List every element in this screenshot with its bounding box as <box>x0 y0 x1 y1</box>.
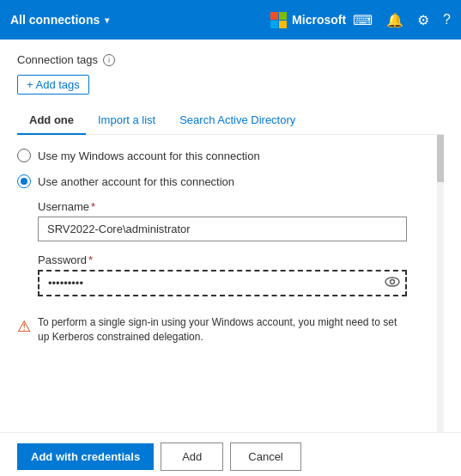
kerberos-info-message: ⚠ To perform a single sign-in using your… <box>17 308 408 351</box>
all-connections-label[interactable]: All connections <box>10 13 100 27</box>
add-button[interactable]: Add <box>161 442 223 471</box>
show-password-icon[interactable] <box>385 276 400 291</box>
password-wrapper <box>38 270 407 296</box>
svg-point-0 <box>385 278 399 286</box>
username-field-group: Username* <box>38 200 444 241</box>
add-tags-button[interactable]: + Add tags <box>17 75 89 95</box>
ms-squares-icon <box>270 12 287 28</box>
cancel-button[interactable]: Cancel <box>230 442 300 471</box>
kerberos-message-text: To perform a single sign-in using your W… <box>38 315 408 345</box>
app-title-section: All connections ▾ <box>10 13 264 27</box>
radio-another-account[interactable]: Use another account for this connection <box>17 174 444 188</box>
radio-circle-another[interactable] <box>17 174 31 188</box>
radio-label-windows: Use my Windows account for this connecti… <box>38 150 260 162</box>
password-field-group: Password* <box>38 253 444 296</box>
microsoft-logo: Microsoft <box>270 12 346 28</box>
add-with-credentials-button[interactable]: Add with credentials <box>17 443 154 470</box>
connection-tags-row: Connection tags i <box>17 53 444 66</box>
connections-dropdown-icon[interactable]: ▾ <box>105 15 109 25</box>
microsoft-label: Microsoft <box>292 13 346 27</box>
password-label: Password* <box>38 253 444 266</box>
main-content: Connection tags i + Add tags Add one Imp… <box>0 40 461 432</box>
tab-add-one[interactable]: Add one <box>17 107 86 135</box>
connection-tags-label: Connection tags <box>17 53 98 66</box>
topbar-icons: ⌨ 🔔 ⚙ ? <box>353 12 451 28</box>
terminal-icon[interactable]: ⌨ <box>353 12 373 28</box>
form-area: Use my Windows account for this connecti… <box>17 135 444 432</box>
username-label: Username* <box>38 200 444 213</box>
radio-windows-account[interactable]: Use my Windows account for this connecti… <box>17 149 444 162</box>
connection-tags-info-icon[interactable]: i <box>103 54 115 66</box>
password-required-star: * <box>88 253 93 266</box>
settings-icon[interactable]: ⚙ <box>417 12 429 28</box>
scrollbar-track[interactable] <box>437 135 444 432</box>
radio-circle-windows[interactable] <box>17 149 31 162</box>
warning-triangle-icon: ⚠ <box>17 316 31 338</box>
top-navigation-bar: All connections ▾ Microsoft ⌨ 🔔 ⚙ ? <box>0 0 461 40</box>
tab-search-ad[interactable]: Search Active Directory <box>167 107 307 135</box>
username-required-star: * <box>91 200 95 213</box>
password-input[interactable] <box>38 270 407 296</box>
radio-inner-dot <box>21 178 27 185</box>
radio-label-another: Use another account for this connection <box>38 175 234 188</box>
username-input[interactable] <box>38 217 407 241</box>
scrollbar-thumb[interactable] <box>437 135 444 182</box>
tabs-bar: Add one Import a list Search Active Dire… <box>17 107 444 135</box>
bottom-action-bar: Add with credentials Add Cancel <box>0 432 461 476</box>
tab-import-list[interactable]: Import a list <box>86 107 167 135</box>
help-icon[interactable]: ? <box>443 12 451 27</box>
bell-icon[interactable]: 🔔 <box>386 12 403 28</box>
svg-point-1 <box>391 279 395 284</box>
